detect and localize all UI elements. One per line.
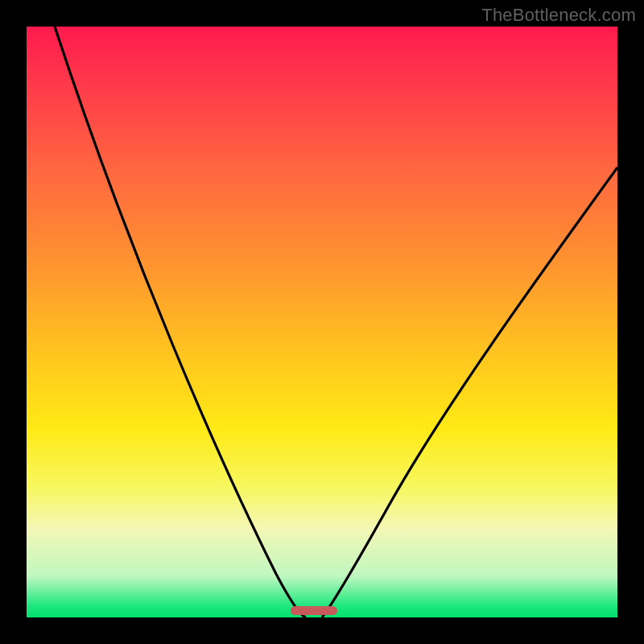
watermark-text: TheBottleneck.com xyxy=(481,5,636,26)
optimal-range-marker xyxy=(291,606,337,615)
plot-area xyxy=(27,27,617,617)
bottleneck-curve xyxy=(27,27,617,617)
curve-right-branch xyxy=(322,167,617,617)
curve-left-branch xyxy=(55,27,306,617)
chart-frame: TheBottleneck.com xyxy=(0,0,644,644)
